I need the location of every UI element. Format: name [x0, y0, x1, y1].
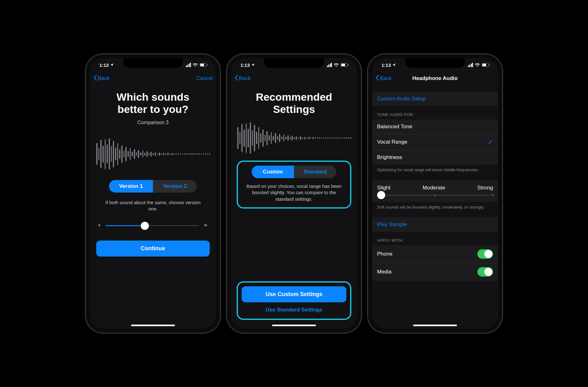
back-label: Back — [98, 75, 110, 82]
location-arrow-icon — [110, 62, 114, 68]
title-line2: Settings — [237, 103, 351, 115]
status-time: 1:13 — [240, 62, 250, 68]
wifi-icon — [334, 63, 339, 67]
cellular-signal-icon — [327, 63, 332, 67]
vocal-range-label: Vocal Range — [377, 139, 407, 145]
waveform-graphic — [96, 137, 210, 171]
page-title: Which sounds better to you? — [96, 91, 210, 115]
custom-standard-segmented-control[interactable]: Custom Standard — [252, 166, 336, 178]
strength-slider[interactable] — [377, 195, 493, 196]
page-title: Recommended Settings — [237, 91, 351, 115]
home-indicator[interactable] — [272, 325, 316, 326]
apply-with-header: APPLY WITH: — [372, 232, 498, 245]
strength-label-slight: Slight — [377, 185, 391, 191]
cellular-signal-icon — [468, 63, 473, 67]
battery-icon — [482, 63, 490, 67]
strength-label-strong: Strong — [477, 185, 493, 191]
content-area: Recommended Settings Custom Standard Bas… — [231, 85, 357, 329]
description-text: Based on your choices, vocal range has b… — [244, 183, 344, 202]
custom-audio-setup-label: Custom Audio Setup — [377, 96, 426, 102]
nav-title: Headphone Audio — [412, 75, 458, 82]
brightness-label: Brightness — [377, 154, 402, 161]
checkmark-icon: ✓ — [488, 138, 493, 146]
segment-version-1[interactable]: Version 1 — [109, 180, 153, 193]
back-button[interactable]: Back — [93, 75, 110, 82]
back-label: Back — [239, 75, 251, 82]
use-standard-settings-button[interactable]: Use Standard Settings — [241, 302, 347, 317]
tune-audio-header: TUNE AUDIO FOR: — [372, 106, 498, 119]
location-arrow-icon — [392, 62, 396, 68]
apply-media-toggle[interactable] — [477, 267, 493, 277]
apply-media-row: Media — [372, 263, 498, 281]
battery-icon — [200, 63, 208, 67]
highlight-box-actions: Use Custom Settings Use Standard Setting… — [237, 281, 351, 320]
chevron-left-icon — [234, 75, 238, 82]
phone-frame-2: 1:13 Back — [227, 54, 361, 333]
version-segmented-control[interactable]: Version 1 Version 2 — [109, 180, 197, 193]
home-indicator[interactable] — [413, 325, 457, 326]
tune-audio-group: Balanced Tone Vocal Range ✓ Brightness — [372, 119, 498, 165]
notch — [405, 58, 465, 68]
tune-footer: Optimizing for vocal range will boost mi… — [372, 165, 498, 174]
title-line1: Which sounds — [96, 91, 210, 103]
content-area: Custom Audio Setup TUNE AUDIO FOR: Balan… — [372, 85, 498, 329]
custom-audio-setup-row[interactable]: Custom Audio Setup — [372, 92, 498, 106]
nav-bar: Back — [231, 72, 357, 85]
phone-frame-3: 1:13 Back Headp — [368, 54, 502, 333]
volume-high-icon — [203, 223, 208, 229]
svg-rect-1 — [200, 64, 204, 66]
apply-phone-toggle[interactable] — [477, 249, 493, 259]
apply-media-label: Media — [377, 269, 391, 275]
apply-with-group: Phone Media — [372, 245, 498, 281]
title-line1: Recommended — [237, 91, 351, 103]
apply-phone-row: Phone — [372, 245, 498, 263]
title-line2: better to you? — [96, 103, 210, 115]
play-sample-label: Play Sample — [377, 221, 407, 228]
play-sample-row[interactable]: Play Sample — [372, 217, 498, 232]
volume-low-icon — [97, 223, 102, 229]
tune-option-brightness[interactable]: Brightness — [372, 150, 498, 165]
phone-frame-1: 1:12 Back Cance — [86, 54, 220, 333]
balanced-tone-label: Balanced Tone — [377, 124, 412, 130]
waveform-graphic — [237, 122, 351, 154]
use-custom-settings-button[interactable]: Use Custom Settings — [242, 286, 346, 302]
custom-audio-setup-group: Custom Audio Setup — [372, 92, 498, 106]
tune-option-balanced[interactable]: Balanced Tone — [372, 119, 498, 134]
volume-slider-thumb[interactable] — [141, 222, 149, 230]
status-time: 1:13 — [381, 62, 391, 68]
wifi-icon — [193, 63, 198, 67]
cancel-button[interactable]: Cancel — [196, 75, 213, 82]
notch — [123, 58, 183, 68]
back-button[interactable]: Back — [234, 75, 251, 82]
back-button[interactable]: Back — [375, 75, 392, 82]
tune-option-vocal[interactable]: Vocal Range ✓ — [372, 134, 498, 150]
nav-bar: Back Headphone Audio — [372, 72, 498, 85]
status-time: 1:12 — [99, 62, 109, 68]
strength-slider-thumb[interactable] — [377, 191, 385, 199]
continue-button[interactable]: Continue — [96, 241, 210, 257]
notch — [264, 58, 324, 68]
screen-2: 1:13 Back — [231, 58, 357, 329]
svg-rect-7 — [482, 64, 486, 66]
svg-rect-8 — [489, 64, 490, 66]
location-arrow-icon — [251, 62, 255, 68]
battery-icon — [341, 63, 349, 67]
svg-rect-2 — [207, 64, 208, 66]
strength-slider-group: Slight Moderate Strong — [372, 180, 498, 202]
volume-slider[interactable] — [106, 225, 199, 226]
back-label: Back — [380, 75, 392, 82]
segment-version-2[interactable]: Version 2 — [153, 180, 197, 193]
hint-text: If both sound about the same, choose ver… — [102, 199, 204, 212]
svg-rect-4 — [341, 64, 345, 66]
strength-footer: Soft sounds will be boosted slightly, mo… — [372, 202, 498, 211]
segment-standard[interactable]: Standard — [294, 166, 336, 178]
cellular-signal-icon — [186, 63, 191, 67]
segment-custom[interactable]: Custom — [252, 166, 294, 178]
home-indicator[interactable] — [131, 325, 175, 326]
chevron-left-icon — [93, 75, 97, 82]
screen-3: 1:13 Back Headp — [372, 58, 498, 329]
strength-label-moderate: Moderate — [423, 185, 445, 191]
highlight-box-segments: Custom Standard Based on your choices, v… — [237, 161, 351, 209]
play-sample-group: Play Sample — [372, 217, 498, 232]
chevron-left-icon — [375, 75, 379, 82]
